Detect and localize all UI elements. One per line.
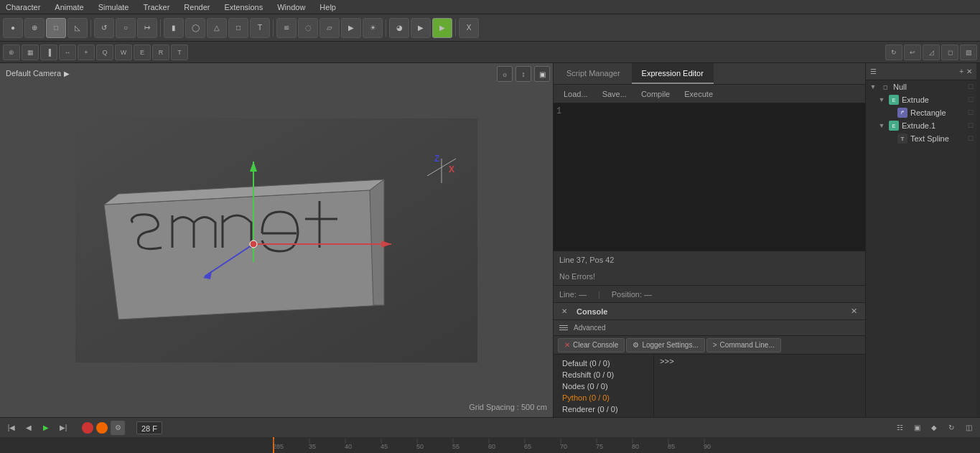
menu-window[interactable]: Window (274, 3, 308, 11)
script-toolbar: Load... Save... Compile Execute (554, 85, 865, 103)
toolbar-mograph[interactable]: ◌ (298, 18, 318, 38)
toolbar-model-mode[interactable]: ● (3, 18, 23, 38)
clear-console-x-icon: ✕ (564, 341, 570, 349)
toolbar-cube[interactable]: ▮ (164, 18, 184, 38)
tb2-e[interactable]: E (134, 45, 151, 60)
ruler-mark-90: 90 (704, 443, 739, 450)
menu-animate[interactable]: Animate (52, 3, 86, 11)
tl-expand-btn[interactable]: ◫ (961, 421, 976, 435)
command-line-btn[interactable]: > Command Line... (706, 338, 781, 352)
null-checkbox[interactable]: ☐ (968, 83, 974, 90)
console-item-redshift[interactable]: Redshift (0 / 0) (554, 369, 653, 380)
toolbar-camera[interactable]: ▶ (341, 18, 361, 38)
right-panel-menu-icon[interactable]: ☰ (870, 67, 877, 75)
tree-item-extrude1[interactable]: ▼ E Extrude.1 ☐ (866, 119, 976, 132)
menu-tracker[interactable]: Tracker (140, 3, 172, 11)
console-item-renderer[interactable]: Renderer (0 / 0) (554, 403, 653, 415)
play-btn[interactable]: ▶ (39, 421, 53, 435)
tb2-w[interactable]: W (115, 45, 132, 60)
toolbar-plane[interactable]: □ (228, 18, 248, 38)
script-load-btn[interactable]: Load... (559, 88, 592, 100)
error-status: Line 37, Pos 42 (559, 256, 614, 264)
tl-range-btn[interactable]: ▣ (910, 421, 924, 435)
go-to-start-btn[interactable]: |◀ (4, 421, 19, 435)
tb2-bend[interactable]: ↻ (885, 45, 902, 60)
toolbar-render[interactable]: ▶ (411, 18, 431, 38)
tb2-align[interactable]: ▐ (40, 45, 57, 60)
tl-keys-btn[interactable]: ◆ (927, 421, 941, 435)
tb2-grid[interactable]: ▦ (22, 45, 39, 60)
tree-item-text-spline[interactable]: T Text Spline ☐ (866, 132, 976, 145)
toolbar-edge-mode[interactable]: ◺ (67, 18, 88, 38)
toolbar-material[interactable]: ◕ (389, 18, 409, 38)
right-panel-add-btn[interactable]: + (959, 67, 963, 75)
keyframe-btn[interactable] (96, 422, 108, 434)
logger-settings-btn[interactable]: ⚙ Logger Settings... (626, 338, 704, 352)
script-execute-btn[interactable]: Execute (680, 88, 717, 100)
toolbar-text[interactable]: T (250, 18, 270, 38)
tb2-q[interactable]: Q (96, 45, 113, 60)
console-item-default[interactable]: Default (0 / 0) (554, 358, 653, 369)
tb2-axis[interactable]: + (78, 45, 95, 60)
toolbar-scale[interactable]: ↦ (137, 18, 157, 38)
sep5 (455, 19, 456, 37)
rectangle-checkbox[interactable]: ☐ (968, 109, 974, 116)
toolbar-field[interactable]: ▱ (319, 18, 340, 38)
toolbar-object-mode[interactable]: ⊕ (24, 18, 45, 38)
tab-expression-editor[interactable]: Expression Editor (632, 63, 714, 84)
text-spline-checkbox[interactable]: ☐ (968, 135, 974, 142)
viewport[interactable]: Default Camera ▶ ☼ ↕ ▣ (0, 63, 553, 417)
line-number-1: 1 (556, 106, 561, 116)
console-panel-close[interactable]: ✕ (848, 306, 859, 317)
tree-item-null[interactable]: ▼ ◻ Null ☐ (866, 80, 976, 93)
record-btn[interactable] (82, 422, 93, 434)
tree-item-rectangle[interactable]: ↱ Rectangle ☐ (866, 106, 976, 119)
tb2-taper[interactable]: ◿ (923, 45, 940, 60)
menu-character[interactable]: Character (3, 3, 43, 11)
console-close-btn[interactable]: ✕ (559, 307, 569, 317)
toolbar-light[interactable]: ☀ (363, 18, 383, 38)
tl-loop-btn[interactable]: ↻ (944, 421, 958, 435)
tree-item-extrude[interactable]: ▼ E Extrude ☐ (866, 93, 976, 106)
console-item-python[interactable]: Python (0 / 0) (554, 392, 653, 403)
step-forward-btn[interactable]: ▶| (56, 421, 70, 435)
ruler-mark-80: 80 (632, 443, 668, 450)
script-save-btn[interactable]: Save... (598, 88, 631, 100)
console-item-nodes[interactable]: Nodes (0 / 0) (554, 380, 653, 392)
toolbar-rotate[interactable]: ○ (116, 18, 136, 38)
timeline-settings-btn[interactable]: ⚙ (111, 421, 125, 435)
script-compile-btn[interactable]: Compile (637, 88, 674, 100)
toolbar-move[interactable]: ↺ (94, 18, 114, 38)
toolbar-active-render[interactable]: ▶ (432, 18, 452, 38)
menu-extensions[interactable]: Extensions (221, 3, 266, 11)
toolbar-cone[interactable]: △ (207, 18, 227, 38)
frame-counter[interactable]: 28 F (136, 421, 162, 434)
console-menu-icon[interactable] (559, 325, 568, 330)
tb2-shear[interactable]: ◻ (941, 45, 958, 60)
tb2-r[interactable]: R (152, 45, 169, 60)
extrude1-checkbox[interactable]: ☐ (968, 122, 974, 129)
step-back-btn[interactable]: ◀ (22, 421, 36, 435)
ruler-mark-50: 50 (416, 443, 452, 450)
clear-console-btn[interactable]: ✕ Clear Console (558, 338, 625, 352)
tb2-t[interactable]: T (171, 45, 188, 60)
tb2-ffd[interactable]: ▧ (960, 45, 977, 60)
toolbar-polygon-mode[interactable]: □ (46, 18, 66, 38)
right-panel-close-btn[interactable]: ✕ (966, 67, 972, 75)
ruler-mark-70: 70 (560, 443, 596, 450)
tab-script-manager[interactable]: Script Manager (556, 63, 630, 84)
ruler-mark-35: 35 (309, 443, 345, 450)
tb2-twist[interactable]: ↩ (904, 45, 921, 60)
toolbar-xpresso[interactable]: X (459, 18, 479, 38)
script-content-area[interactable]: 1 (554, 103, 865, 251)
extrude1-label: Extrude.1 (902, 121, 935, 130)
tb2-sym[interactable]: ↔ (59, 45, 76, 60)
menu-simulate[interactable]: Simulate (95, 3, 132, 11)
extrude-checkbox[interactable]: ☐ (968, 96, 974, 103)
toolbar-deformer[interactable]: ≌ (276, 18, 297, 38)
menu-render[interactable]: Render (181, 3, 213, 11)
menu-help[interactable]: Help (317, 3, 339, 11)
toolbar-sphere[interactable]: ◯ (185, 18, 205, 38)
tb2-snap[interactable]: ⊛ (3, 45, 20, 60)
tl-snap-btn[interactable]: ☷ (892, 421, 907, 435)
